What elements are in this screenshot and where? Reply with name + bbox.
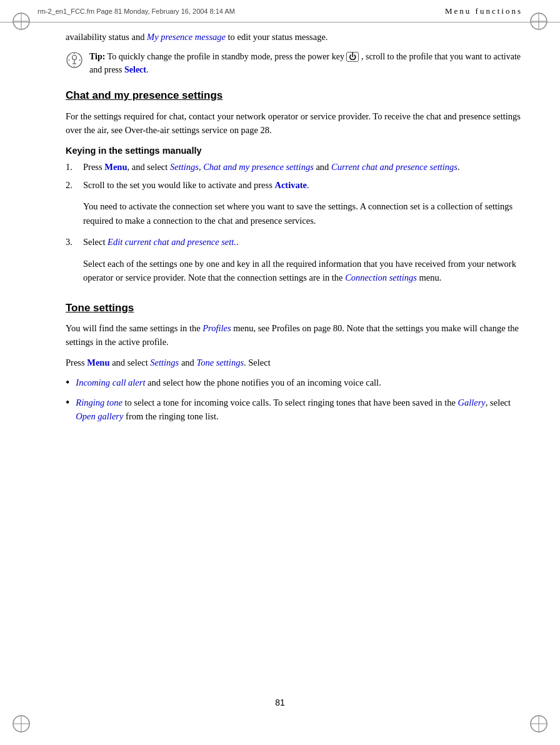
tip-text-before: To quickly change the profile in standby… — [108, 52, 347, 61]
section-title: Menu functions — [445, 6, 522, 16]
step3-end: . — [236, 237, 239, 247]
bullet-2-content: Ringing tone to select a tone for incomi… — [76, 396, 522, 424]
step-1-number: 1. — [66, 160, 78, 174]
step1-end: . — [458, 162, 460, 172]
step-2: 2. Scroll to the set you would like to a… — [66, 178, 522, 192]
step-2-indent-text: You need to activate the connection set … — [83, 199, 522, 228]
page-header: rm-2_en1_FCC.fm Page 81 Monday, February… — [0, 0, 560, 22]
tone-para2: Press Menu and select Settings and Tone … — [66, 356, 522, 369]
step2-text-before: Scroll to the set you would like to acti… — [83, 180, 274, 190]
intro-text-before: availability status and — [66, 32, 147, 42]
step-2-content: Scroll to the set you would like to acti… — [83, 178, 522, 192]
page: rm-2_en1_FCC.fm Page 81 Monday, February… — [0, 0, 560, 745]
bullet-item-1: • Incoming call alert and select how the… — [66, 376, 522, 390]
step2-end: . — [307, 180, 309, 190]
corner-mark-br — [529, 714, 549, 734]
bullet-dot-1: • — [66, 376, 69, 390]
chat-section-para: For the settings required for chat, cont… — [66, 109, 522, 138]
step-2-indent: You need to activate the connection set … — [66, 196, 522, 231]
select-label: Select — [124, 65, 146, 74]
step1-menu-link: Menu — [104, 162, 127, 172]
step1-mid1: , and select — [128, 162, 170, 172]
step1-text-before: Press — [83, 162, 104, 172]
tip-label: Tip: — [89, 52, 105, 61]
intro-paragraph: availability status and My presence mess… — [66, 30, 522, 44]
tip-box: Tip: To quickly change the profile in st… — [66, 50, 522, 76]
tone-bullet-list: • Incoming call alert and select how the… — [66, 376, 522, 423]
step-3-indent-spacer — [66, 253, 78, 289]
chat-section: Chat and my presence settings For the se… — [66, 88, 522, 288]
step-3-indent-text: Select each of the settings one by one a… — [83, 257, 522, 285]
bullet-2-text-before: to select a tone for incoming voice call… — [122, 398, 458, 408]
step3-text-before: Select — [83, 237, 108, 247]
step1-mid3: and — [314, 162, 331, 172]
main-content: availability status and My presence mess… — [66, 30, 522, 695]
tone-para1: You will find the same settings in the P… — [66, 321, 522, 349]
keying-subheading: Keying in the settings manually — [66, 144, 522, 158]
profiles-link: Profiles — [202, 323, 231, 333]
tone-para2-mid2: and — [179, 358, 196, 368]
bullet-2-text-mid: , select — [486, 398, 511, 408]
file-info: rm-2_en1_FCC.fm Page 81 Monday, February… — [38, 8, 235, 15]
step3-indent-after: menu. — [417, 272, 441, 282]
tone-section-heading: Tone settings — [66, 300, 522, 316]
chat-section-heading: Chat and my presence settings — [66, 88, 522, 104]
step-1: 1. Press Menu, and select Settings, Chat… — [66, 160, 522, 174]
gallery-link: Gallery — [458, 398, 486, 408]
tone-section: Tone settings You will find the same set… — [66, 300, 522, 424]
step-3-number: 3. — [66, 235, 78, 249]
step1-chat-link: Chat and my presence settings — [203, 162, 314, 172]
step-3-content: Select Edit current chat and presence se… — [83, 235, 522, 249]
bullet-dot-2: • — [66, 396, 69, 424]
tone-para2-mid: and select — [110, 358, 151, 368]
step3-indent-before: Select each of the settings one by one a… — [83, 259, 516, 282]
step3-connection-link: Connection settings — [345, 272, 417, 282]
step2-activate-link: Activate — [274, 180, 307, 190]
tone-para2-end: . Select — [244, 358, 271, 368]
ringing-tone-link: Ringing tone — [76, 398, 122, 408]
incoming-call-alert-link: Incoming call alert — [76, 378, 145, 388]
step1-current-link: Current chat and presence settings — [331, 162, 458, 172]
power-key-symbol: ⏻ — [346, 52, 359, 62]
step3-edit-link: Edit current chat and presence sett. — [108, 237, 236, 247]
steps-list: 1. Press Menu, and select Settings, Chat… — [66, 160, 522, 288]
tip-text-end: . — [146, 65, 149, 74]
step1-settings-link: Settings — [170, 162, 199, 172]
bullet-item-2: • Ringing tone to select a tone for inco… — [66, 396, 522, 424]
tone-tone-link: Tone settings — [196, 358, 244, 368]
tone-menu-link: Menu — [87, 358, 109, 368]
tip-text-content: Tip: To quickly change the profile in st… — [89, 50, 522, 76]
svg-point-13 — [72, 56, 77, 60]
step-2-indent-spacer — [66, 196, 78, 231]
page-number: 81 — [275, 698, 285, 708]
intro-text-after: to edit your status message. — [226, 32, 328, 42]
bullet-2-text-after: from the ringing tone list. — [123, 411, 218, 421]
page-footer: 81 — [0, 698, 560, 708]
step-2-number: 2. — [66, 178, 78, 192]
tone-settings-link: Settings — [150, 358, 179, 368]
corner-mark-bl — [11, 714, 31, 734]
step-1-content: Press Menu, and select Settings, Chat an… — [83, 160, 522, 174]
presence-message-link: My presence message — [147, 32, 226, 42]
step-3: 3. Select Edit current chat and presence… — [66, 235, 522, 249]
tip-icon — [66, 51, 83, 69]
bullet-1-text: and select how the phone notifies you of… — [145, 378, 381, 388]
tone-para2-before: Press — [66, 358, 87, 368]
step-3-indent: Select each of the settings one by one a… — [66, 253, 522, 289]
open-gallery-link: Open gallery — [76, 411, 123, 421]
bullet-1-content: Incoming call alert and select how the p… — [76, 376, 381, 390]
tone-para1-before: You will find the same settings in the — [66, 323, 202, 333]
